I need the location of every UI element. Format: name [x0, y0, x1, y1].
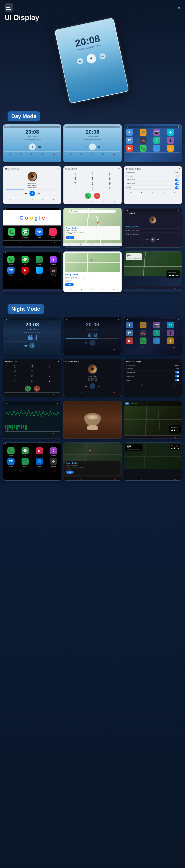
app-drive[interactable]: 🚗: [140, 137, 147, 144]
app-waze[interactable]: 🗺: [126, 137, 133, 144]
carplay-phone[interactable]: 📞 Phone: [5, 227, 19, 239]
app-messages[interactable]: 💬 Msg: [19, 256, 31, 265]
key-2[interactable]: 2: [24, 365, 40, 368]
key-9[interactable]: 9: [42, 375, 58, 378]
app-carplay[interactable]: 🚗 CarPlay: [47, 267, 60, 276]
app-maps2[interactable]: 🗺 Maps: [5, 267, 17, 276]
night-app-drive[interactable]: 🚗: [140, 330, 147, 336]
prev-icon[interactable]: ⏮: [24, 145, 27, 149]
night-app-music[interactable]: 🎵: [140, 322, 147, 329]
np-prev[interactable]: ⏮: [168, 274, 171, 277]
app-phone[interactable]: 📞: [140, 145, 147, 152]
key-star[interactable]: *: [7, 379, 23, 383]
night-app-yt[interactable]: ▶: [126, 338, 133, 344]
play-btn[interactable]: ⏸: [151, 237, 155, 242]
play-btn[interactable]: ⏸: [29, 191, 35, 196]
key-hash[interactable]: #: [42, 379, 58, 383]
night-app-spotify[interactable]: 🎵 Spotify: [19, 458, 31, 467]
carplay-music[interactable]: 🎵 Music: [46, 227, 60, 239]
key-hash[interactable]: #: [102, 187, 118, 190]
night-app-phone[interactable]: 📞: [140, 338, 147, 344]
carplay-messages[interactable]: 💬 Messages: [19, 227, 32, 239]
prev-button[interactable]: ⏮: [76, 58, 84, 65]
go-button[interactable]: GO: [66, 236, 74, 239]
call-button[interactable]: 📞: [85, 193, 91, 199]
close-icon[interactable]: ✕: [178, 361, 180, 363]
night-app-maps[interactable]: 🗺 Maps: [5, 458, 17, 467]
music-item-1[interactable]: ♪ 华乐_01_同类.mp3: [125, 225, 181, 229]
google-search-area[interactable]: G o o g l e: [3, 210, 61, 225]
play-pause-button[interactable]: ⏸: [29, 144, 36, 150]
next-icon[interactable]: ⏭: [98, 145, 101, 149]
key-8[interactable]: 8: [24, 375, 40, 378]
bt-close-icon[interactable]: ✕: [58, 168, 59, 170]
prev-icon[interactable]: ⏮: [146, 238, 148, 241]
key-8[interactable]: 8: [85, 182, 100, 185]
apps-nav-icon[interactable]: ⊞: [31, 153, 33, 155]
night-app-maps[interactable]: 🌐: [153, 338, 160, 344]
night-media-prev[interactable]: ⏮: [171, 429, 173, 431]
call-button[interactable]: 📞: [25, 385, 31, 392]
night-app-photo[interactable]: 📷: [153, 322, 160, 329]
key-3[interactable]: 3: [102, 172, 118, 176]
night-app-extra[interactable]: 📱: [167, 330, 174, 336]
dark-prev[interactable]: ⏮: [171, 447, 173, 449]
night-prev[interactable]: ⏮: [24, 344, 27, 347]
night-m-next[interactable]: ⏭: [98, 384, 100, 388]
app-extra2[interactable]: 🎙: [167, 145, 174, 152]
email-nav-icon[interactable]: ✉: [9, 153, 11, 155]
key-0[interactable]: 0: [85, 187, 100, 190]
dark-next[interactable]: ⏭: [177, 447, 179, 449]
night-app-phone[interactable]: 📞 Phone: [5, 447, 17, 456]
next-btn[interactable]: ⏭: [37, 192, 40, 195]
app-maps[interactable]: 🌐: [153, 145, 160, 152]
close-icon[interactable]: ✕: [118, 168, 120, 170]
end-call-button[interactable]: 📵: [94, 193, 100, 199]
progress-bar[interactable]: [6, 142, 58, 142]
key-4[interactable]: 4: [7, 370, 23, 373]
prev-icon[interactable]: ⏮: [84, 145, 87, 149]
key-1[interactable]: 1: [7, 365, 23, 368]
night-auto-connect-toggle[interactable]: [175, 375, 179, 377]
phone-nav-icon[interactable]: 📞: [20, 153, 23, 155]
key-4[interactable]: 4: [67, 177, 83, 180]
night-app-messages[interactable]: 💬 Msg: [19, 447, 31, 456]
key-6[interactable]: 6: [42, 370, 58, 373]
app-spotify[interactable]: 🎵 Spotify: [33, 256, 46, 265]
key-7[interactable]: 7: [7, 375, 23, 378]
night-app-bt[interactable]: ₿: [153, 330, 160, 336]
app-extra1[interactable]: 📱: [167, 137, 174, 144]
night-m-prev[interactable]: ⏮: [85, 384, 87, 388]
night-media-next[interactable]: ⏭: [177, 429, 179, 431]
night-app-mic[interactable]: 🎙: [167, 338, 174, 344]
close-icon[interactable]: ✕: [178, 168, 180, 170]
end-call-button[interactable]: 📵: [34, 385, 40, 392]
next-button[interactable]: ⏭: [99, 53, 106, 60]
play-button[interactable]: ⏸: [86, 53, 97, 64]
key-0[interactable]: 0: [24, 379, 40, 383]
app-podcast[interactable]: 🎙 Podcast: [47, 256, 60, 265]
app-bt[interactable]: ₿: [153, 137, 160, 144]
app-yt-music[interactable]: ▶ YT: [19, 267, 31, 276]
app-photo[interactable]: 📷: [153, 129, 160, 136]
night-app-waze[interactable]: 🗺: [126, 330, 133, 336]
key-1[interactable]: 1: [67, 172, 83, 176]
next-icon[interactable]: ⏭: [38, 145, 41, 149]
night-app-yt[interactable]: ▶ YT: [33, 447, 46, 456]
night-play-2[interactable]: ⏸: [89, 340, 96, 346]
np-play[interactable]: ▶: [172, 274, 174, 277]
close-icon[interactable]: ✕: [118, 361, 120, 363]
music-item-2[interactable]: ♪ 华乐_01_同类.mp3: [125, 229, 181, 232]
night-media-play[interactable]: ▶: [174, 429, 176, 431]
nav-direction-btn[interactable]: ▶: [125, 402, 129, 405]
night-prev-2[interactable]: ⏮: [85, 341, 87, 344]
key-7[interactable]: 7: [67, 182, 83, 185]
carplay-maps[interactable]: 🗺 Maps: [32, 227, 46, 239]
prev-btn[interactable]: ⏮: [25, 192, 27, 195]
night-play[interactable]: ⏸: [29, 343, 35, 349]
key-2[interactable]: 2: [85, 172, 100, 176]
app-settings[interactable]: ⚙: [167, 129, 174, 136]
auto-connect-toggle[interactable]: [175, 183, 179, 185]
night-next[interactable]: ⏭: [37, 344, 40, 347]
key-3[interactable]: 3: [42, 365, 58, 368]
